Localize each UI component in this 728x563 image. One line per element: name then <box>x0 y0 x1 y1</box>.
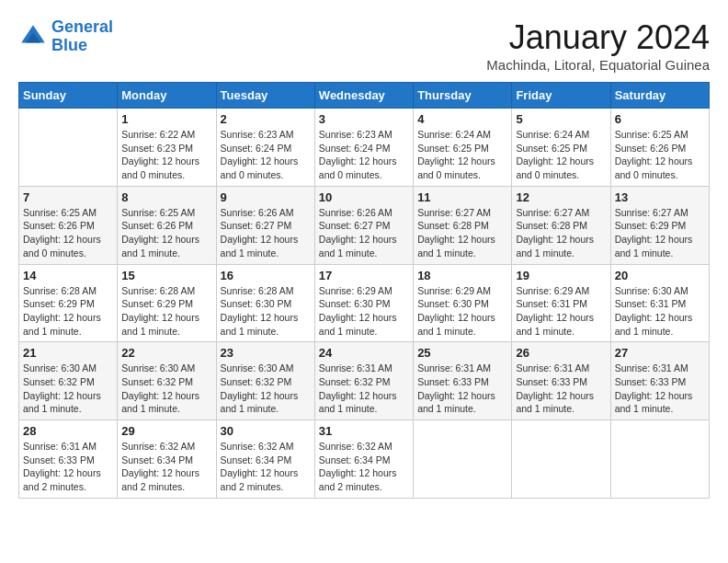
header-cell-monday: Monday <box>118 83 216 109</box>
subtitle: Machinda, Litoral, Equatorial Guinea <box>486 57 710 73</box>
day-info: Sunrise: 6:32 AM Sunset: 6:34 PM Dayligh… <box>121 440 211 494</box>
day-number: 10 <box>319 190 409 204</box>
calendar-cell: 23Sunrise: 6:30 AM Sunset: 6:32 PM Dayli… <box>216 342 314 420</box>
day-info: Sunrise: 6:25 AM Sunset: 6:26 PM Dayligh… <box>121 206 211 260</box>
day-info: Sunrise: 6:28 AM Sunset: 6:29 PM Dayligh… <box>121 284 211 339</box>
calendar-cell <box>414 420 512 499</box>
logo-line1: General <box>51 17 113 36</box>
header-cell-thursday: Thursday <box>414 83 512 109</box>
day-info: Sunrise: 6:27 AM Sunset: 6:29 PM Dayligh… <box>615 206 705 260</box>
logo: General Blue <box>18 18 113 55</box>
day-info: Sunrise: 6:25 AM Sunset: 6:26 PM Dayligh… <box>615 128 705 182</box>
calendar-cell: 29Sunrise: 6:32 AM Sunset: 6:34 PM Dayli… <box>118 420 216 499</box>
day-number: 7 <box>23 190 113 204</box>
day-info: Sunrise: 6:31 AM Sunset: 6:33 PM Dayligh… <box>615 362 705 416</box>
day-number: 18 <box>417 269 507 282</box>
calendar-cell: 6Sunrise: 6:25 AM Sunset: 6:26 PM Daylig… <box>610 109 709 187</box>
day-info: Sunrise: 6:28 AM Sunset: 6:30 PM Dayligh… <box>221 284 311 339</box>
calendar-cell: 24Sunrise: 6:31 AM Sunset: 6:32 PM Dayli… <box>314 342 413 420</box>
day-info: Sunrise: 6:31 AM Sunset: 6:33 PM Dayligh… <box>516 362 606 416</box>
calendar-header: SundayMondayTuesdayWednesdayThursdayFrid… <box>19 83 710 109</box>
calendar-cell: 15Sunrise: 6:28 AM Sunset: 6:29 PM Dayli… <box>118 264 216 342</box>
day-number: 29 <box>121 424 211 438</box>
day-info: Sunrise: 6:26 AM Sunset: 6:27 PM Dayligh… <box>221 206 311 260</box>
header-cell-saturday: Saturday <box>610 83 709 109</box>
week-row-3: 14Sunrise: 6:28 AM Sunset: 6:29 PM Dayli… <box>19 264 710 342</box>
day-info: Sunrise: 6:23 AM Sunset: 6:24 PM Dayligh… <box>319 128 409 182</box>
day-number: 21 <box>23 346 113 360</box>
calendar-cell: 14Sunrise: 6:28 AM Sunset: 6:29 PM Dayli… <box>19 264 118 342</box>
calendar-cell <box>610 420 709 499</box>
day-number: 2 <box>221 112 311 126</box>
title-block: January 2024 Machinda, Litoral, Equatori… <box>486 18 710 73</box>
calendar-cell <box>512 420 610 499</box>
header-cell-tuesday: Tuesday <box>216 83 314 109</box>
calendar-cell: 2Sunrise: 6:23 AM Sunset: 6:24 PM Daylig… <box>216 109 314 187</box>
day-number: 17 <box>319 269 409 282</box>
day-number: 16 <box>221 269 311 282</box>
calendar-cell: 20Sunrise: 6:30 AM Sunset: 6:31 PM Dayli… <box>610 264 709 342</box>
header-row: SundayMondayTuesdayWednesdayThursdayFrid… <box>19 83 710 109</box>
day-number: 3 <box>319 112 409 126</box>
day-number: 13 <box>615 190 705 204</box>
calendar-body: 1Sunrise: 6:22 AM Sunset: 6:23 PM Daylig… <box>19 109 710 499</box>
day-info: Sunrise: 6:32 AM Sunset: 6:34 PM Dayligh… <box>221 440 311 494</box>
calendar-cell: 22Sunrise: 6:30 AM Sunset: 6:32 PM Dayli… <box>118 342 216 420</box>
main-title: January 2024 <box>486 18 710 57</box>
day-number: 5 <box>516 112 606 126</box>
day-info: Sunrise: 6:31 AM Sunset: 6:32 PM Dayligh… <box>319 362 409 416</box>
calendar-cell: 21Sunrise: 6:30 AM Sunset: 6:32 PM Dayli… <box>19 342 118 420</box>
logo-line2: Blue <box>51 36 87 54</box>
calendar-cell: 30Sunrise: 6:32 AM Sunset: 6:34 PM Dayli… <box>216 420 314 499</box>
calendar-cell: 5Sunrise: 6:24 AM Sunset: 6:25 PM Daylig… <box>512 109 610 187</box>
day-info: Sunrise: 6:25 AM Sunset: 6:26 PM Dayligh… <box>23 206 113 260</box>
day-number: 4 <box>417 112 507 126</box>
calendar-cell: 13Sunrise: 6:27 AM Sunset: 6:29 PM Dayli… <box>610 186 709 264</box>
day-info: Sunrise: 6:27 AM Sunset: 6:28 PM Dayligh… <box>417 206 507 260</box>
calendar-cell: 28Sunrise: 6:31 AM Sunset: 6:33 PM Dayli… <box>19 420 118 499</box>
header-cell-friday: Friday <box>512 83 610 109</box>
day-number: 12 <box>516 190 606 204</box>
calendar-cell: 8Sunrise: 6:25 AM Sunset: 6:26 PM Daylig… <box>118 186 216 264</box>
day-number: 25 <box>417 346 507 360</box>
day-info: Sunrise: 6:29 AM Sunset: 6:31 PM Dayligh… <box>516 284 606 339</box>
calendar-cell: 10Sunrise: 6:26 AM Sunset: 6:27 PM Dayli… <box>314 186 413 264</box>
day-number: 23 <box>221 346 311 360</box>
day-number: 9 <box>221 190 311 204</box>
day-info: Sunrise: 6:23 AM Sunset: 6:24 PM Dayligh… <box>221 128 311 182</box>
day-info: Sunrise: 6:29 AM Sunset: 6:30 PM Dayligh… <box>319 284 409 339</box>
day-number: 30 <box>221 424 311 438</box>
day-number: 27 <box>615 346 705 360</box>
calendar-cell: 12Sunrise: 6:27 AM Sunset: 6:28 PM Dayli… <box>512 186 610 264</box>
day-info: Sunrise: 6:31 AM Sunset: 6:33 PM Dayligh… <box>417 362 507 416</box>
calendar-cell: 3Sunrise: 6:23 AM Sunset: 6:24 PM Daylig… <box>314 109 413 187</box>
logo-icon <box>18 22 48 52</box>
day-number: 24 <box>319 346 409 360</box>
day-info: Sunrise: 6:30 AM Sunset: 6:32 PM Dayligh… <box>121 362 211 416</box>
day-info: Sunrise: 6:22 AM Sunset: 6:23 PM Dayligh… <box>121 128 211 182</box>
day-number: 19 <box>516 269 606 282</box>
day-number: 31 <box>319 424 409 438</box>
day-number: 11 <box>417 190 507 204</box>
day-number: 15 <box>121 269 211 282</box>
calendar-cell: 7Sunrise: 6:25 AM Sunset: 6:26 PM Daylig… <box>19 186 118 264</box>
day-number: 22 <box>121 346 211 360</box>
calendar-cell: 9Sunrise: 6:26 AM Sunset: 6:27 PM Daylig… <box>216 186 314 264</box>
calendar-cell: 16Sunrise: 6:28 AM Sunset: 6:30 PM Dayli… <box>216 264 314 342</box>
day-number: 28 <box>23 424 113 438</box>
day-info: Sunrise: 6:27 AM Sunset: 6:28 PM Dayligh… <box>516 206 606 260</box>
calendar-cell: 18Sunrise: 6:29 AM Sunset: 6:30 PM Dayli… <box>414 264 512 342</box>
day-info: Sunrise: 6:30 AM Sunset: 6:32 PM Dayligh… <box>23 362 113 416</box>
calendar-cell: 17Sunrise: 6:29 AM Sunset: 6:30 PM Dayli… <box>314 264 413 342</box>
calendar-table: SundayMondayTuesdayWednesdayThursdayFrid… <box>18 82 710 499</box>
calendar-cell: 4Sunrise: 6:24 AM Sunset: 6:25 PM Daylig… <box>414 109 512 187</box>
calendar-cell: 31Sunrise: 6:32 AM Sunset: 6:34 PM Dayli… <box>314 420 413 499</box>
week-row-2: 7Sunrise: 6:25 AM Sunset: 6:26 PM Daylig… <box>19 186 710 264</box>
calendar-cell: 25Sunrise: 6:31 AM Sunset: 6:33 PM Dayli… <box>414 342 512 420</box>
day-info: Sunrise: 6:30 AM Sunset: 6:31 PM Dayligh… <box>615 284 705 339</box>
calendar-cell: 26Sunrise: 6:31 AM Sunset: 6:33 PM Dayli… <box>512 342 610 420</box>
day-info: Sunrise: 6:24 AM Sunset: 6:25 PM Dayligh… <box>516 128 606 182</box>
header-cell-wednesday: Wednesday <box>314 83 413 109</box>
calendar-cell <box>19 109 118 187</box>
week-row-4: 21Sunrise: 6:30 AM Sunset: 6:32 PM Dayli… <box>19 342 710 420</box>
